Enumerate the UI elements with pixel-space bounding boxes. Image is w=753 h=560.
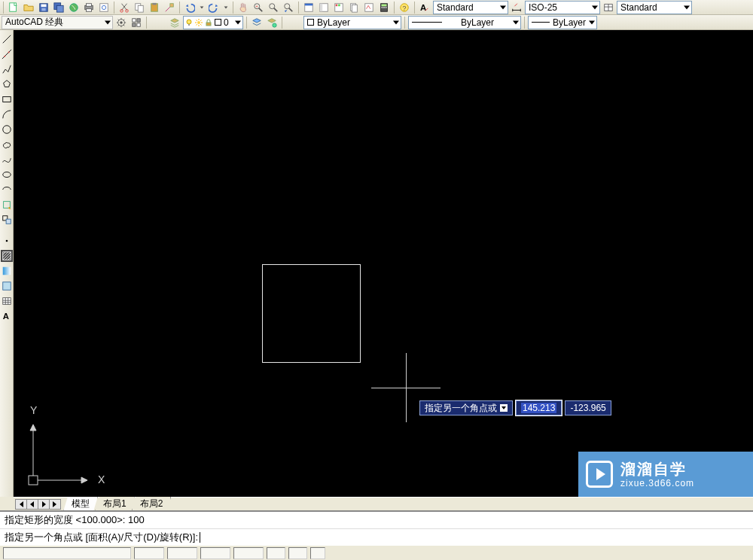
- ellipse-icon[interactable]: [1, 169, 13, 181]
- status-ortho[interactable]: [200, 547, 230, 559]
- dynamic-prompt: 指定另一个角点或: [419, 400, 513, 415]
- copy-icon[interactable]: [133, 1, 146, 14]
- gradient-icon[interactable]: [1, 265, 13, 277]
- dynamic-field-x[interactable]: 145.213: [516, 400, 562, 415]
- zoom-realtime-icon[interactable]: +: [252, 1, 265, 14]
- watermark-logo-icon: [586, 461, 613, 488]
- svg-rect-29: [338, 4, 340, 6]
- tab-layout2[interactable]: 布局2: [132, 497, 172, 512]
- textstyle-value: Standard: [437, 2, 474, 13]
- textstyle-icon[interactable]: A: [418, 1, 431, 14]
- layer-color-swatch: [215, 19, 221, 26]
- save-icon[interactable]: [37, 1, 50, 14]
- status-coords[interactable]: [3, 547, 131, 559]
- status-grid[interactable]: [167, 547, 197, 559]
- zoom-window-icon[interactable]: [267, 1, 280, 14]
- tablestyle-combo[interactable]: Standard: [617, 1, 692, 14]
- dimstyle-icon[interactable]: [510, 1, 523, 14]
- drawing-area[interactable]: 指定另一个角点或 145.213 -123.965 X Y 溜溜自学 zixue…: [14, 30, 753, 497]
- layer-name: 0: [224, 17, 229, 28]
- open-icon[interactable]: [22, 1, 35, 14]
- svg-rect-60: [6, 219, 11, 224]
- ellipsearc-icon[interactable]: [1, 184, 13, 196]
- revcloud-icon[interactable]: [1, 138, 13, 151]
- calc-icon[interactable]: [377, 1, 391, 14]
- pline-icon[interactable]: [1, 63, 13, 75]
- rectangle-icon[interactable]: [1, 93, 13, 105]
- dimstyle-value: ISO-25: [529, 2, 557, 13]
- tablestyle-icon[interactable]: [602, 1, 615, 14]
- undo-icon[interactable]: [183, 1, 197, 14]
- mtext-icon[interactable]: A: [1, 310, 13, 322]
- dynamic-field-y[interactable]: -123.965: [565, 400, 611, 415]
- lineweight-combo[interactable]: ByLayer: [528, 16, 597, 29]
- arc-icon[interactable]: [1, 108, 13, 120]
- color-swatch: [307, 19, 314, 26]
- designcenter-icon[interactable]: [317, 1, 331, 14]
- svg-text:+: +: [256, 4, 258, 8]
- point-icon[interactable]: [1, 235, 13, 247]
- pan-icon[interactable]: [236, 1, 250, 14]
- tab-nav-next[interactable]: [38, 499, 50, 510]
- tab-nav-last[interactable]: [49, 499, 61, 510]
- tab-model[interactable]: 模型: [63, 497, 98, 512]
- command-cursor: [200, 532, 200, 543]
- svg-rect-15: [138, 5, 143, 12]
- print-icon[interactable]: [82, 1, 96, 14]
- match-icon[interactable]: [163, 1, 176, 14]
- polygon-icon[interactable]: [1, 78, 13, 90]
- plot-preview-icon[interactable]: [97, 1, 111, 14]
- undo-dropdown-icon[interactable]: [198, 1, 206, 14]
- status-otrack[interactable]: [288, 547, 307, 559]
- layer-combo[interactable]: 0: [183, 16, 243, 29]
- line-icon[interactable]: [1, 33, 13, 45]
- redo-dropdown-icon[interactable]: [222, 1, 230, 14]
- status-polar[interactable]: [233, 547, 264, 559]
- toolpalette-icon[interactable]: [332, 1, 346, 14]
- spline-icon[interactable]: [1, 154, 13, 166]
- new-icon[interactable]: [7, 1, 20, 14]
- publish-icon[interactable]: [67, 1, 81, 14]
- workspace-lock-icon[interactable]: [130, 16, 143, 29]
- properties-icon[interactable]: [302, 1, 316, 14]
- command-line[interactable]: 指定另一个角点或 [面积(A)/尺寸(D)/旋转(R)]:: [0, 529, 753, 546]
- color-combo[interactable]: ByLayer: [303, 16, 401, 29]
- hatch-icon[interactable]: [1, 250, 13, 262]
- tab-nav-prev[interactable]: [26, 499, 38, 510]
- xline-icon[interactable]: [1, 48, 13, 60]
- dynamic-dropdown-icon[interactable]: [500, 404, 508, 412]
- status-snap[interactable]: [134, 547, 164, 559]
- insert-icon[interactable]: [1, 199, 13, 211]
- status-dyn[interactable]: [310, 547, 325, 559]
- status-osnap[interactable]: [267, 547, 285, 559]
- region-icon[interactable]: [1, 280, 13, 292]
- layout-tabs: 模型 布局1 布局2: [63, 497, 168, 512]
- svg-text:Y: Y: [30, 404, 38, 416]
- workspace-settings-icon[interactable]: [114, 16, 128, 29]
- left-toolbar: A: [0, 30, 14, 497]
- cut-icon[interactable]: [117, 1, 131, 14]
- layerstate-icon[interactable]: [250, 16, 264, 29]
- textstyle-combo[interactable]: Standard: [433, 1, 508, 14]
- dimstyle-combo[interactable]: ISO-25: [525, 1, 600, 14]
- toolbar-row-1: + ? A Standard ISO-25 Standard: [0, 0, 753, 15]
- markup-icon[interactable]: [362, 1, 376, 14]
- help-icon[interactable]: ?: [398, 1, 411, 14]
- tab-layout1[interactable]: 布局1: [95, 497, 135, 512]
- layerprev-icon[interactable]: [265, 16, 279, 29]
- tab-nav-first[interactable]: [15, 499, 27, 510]
- layer-manager-icon[interactable]: [168, 16, 181, 29]
- tablestyle-value: Standard: [620, 2, 657, 13]
- workspace-combo[interactable]: AutoCAD 经典: [2, 16, 113, 29]
- paste-icon[interactable]: [148, 1, 161, 14]
- sheetset-icon[interactable]: [347, 1, 361, 14]
- saveas-icon[interactable]: [52, 1, 66, 14]
- linetype-combo[interactable]: ByLayer: [408, 16, 521, 29]
- redo-icon[interactable]: [207, 1, 221, 14]
- svg-rect-24: [305, 3, 313, 5]
- block-icon[interactable]: [1, 214, 13, 226]
- zoom-previous-icon[interactable]: [282, 1, 295, 14]
- bulb-icon: [185, 19, 193, 26]
- circle-icon[interactable]: [1, 123, 13, 135]
- table-icon[interactable]: [1, 295, 13, 307]
